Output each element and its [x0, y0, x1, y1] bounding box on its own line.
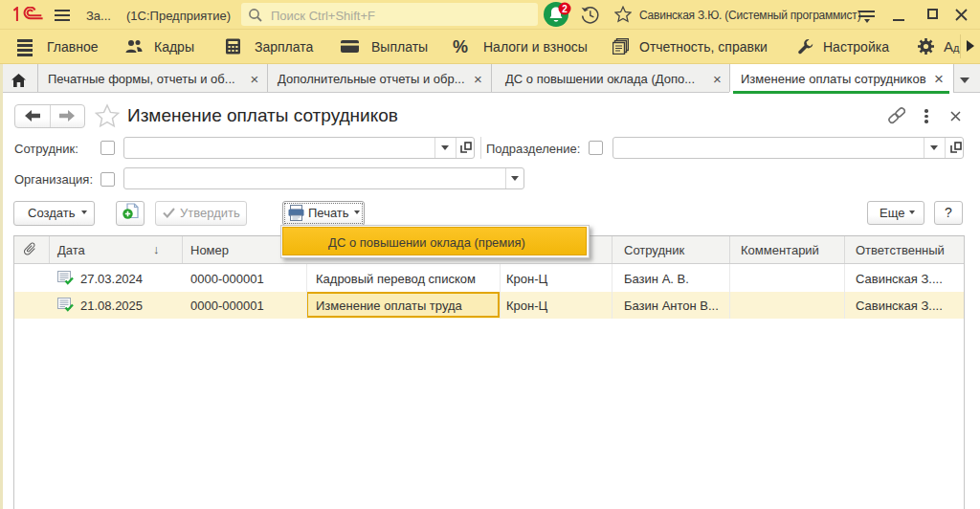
- svg-text:2: 2: [562, 4, 568, 14]
